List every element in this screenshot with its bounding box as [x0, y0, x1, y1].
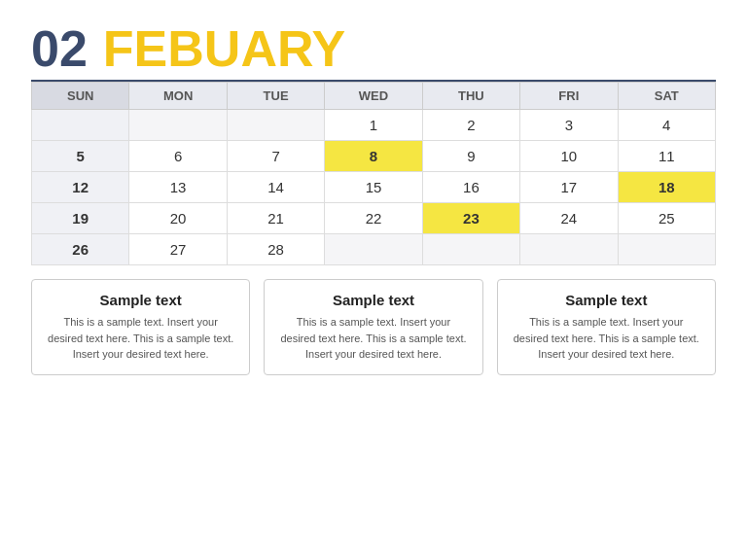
calendar-week-3: 12131415161718: [32, 172, 716, 203]
card-3: Sample text This is a sample text. Inser…: [497, 279, 716, 375]
card-1-title: Sample text: [46, 292, 235, 308]
day-header-tue: TUE: [227, 83, 324, 110]
calendar-day: [325, 234, 422, 265]
calendar-day: [32, 110, 129, 141]
calendar-day: 19: [32, 203, 129, 234]
calendar-day: 16: [422, 172, 519, 203]
calendar-day: 28: [227, 234, 324, 265]
calendar-day: 14: [227, 172, 324, 203]
card-2: Sample text This is a sample text. Inser…: [264, 279, 482, 375]
calendar-day: 8: [325, 141, 422, 172]
calendar-day: 5: [32, 141, 129, 172]
calendar-day: [618, 234, 715, 265]
day-header-sun: SUN: [32, 83, 129, 110]
calendar-day: 9: [422, 141, 519, 172]
calendar-day: 26: [32, 234, 129, 265]
calendar-day: 4: [618, 110, 715, 141]
calendar-day: 1: [325, 110, 422, 141]
calendar-day: 18: [618, 172, 715, 203]
calendar-week-4: 19202122232425: [32, 203, 716, 234]
card-2-body: This is a sample text. Insert your desir…: [278, 314, 468, 363]
month-name: FEBUARY: [103, 23, 345, 74]
card-2-title: Sample text: [278, 292, 468, 308]
calendar-day: [520, 234, 618, 265]
calendar-day: 13: [129, 172, 227, 203]
day-header-sat: SAT: [618, 83, 715, 110]
calendar-day: 10: [520, 141, 618, 172]
calendar-day: 24: [520, 203, 618, 234]
calendar-day: 11: [618, 141, 715, 172]
calendar-day: 17: [520, 172, 618, 203]
day-header-wed: WED: [325, 83, 422, 110]
calendar-day: 20: [129, 203, 227, 234]
calendar-day: 12: [32, 172, 129, 203]
calendar-day: 2: [422, 110, 519, 141]
card-1: Sample text This is a sample text. Inser…: [31, 279, 250, 375]
calendar-day: 3: [520, 110, 618, 141]
calendar-day: 22: [325, 203, 422, 234]
card-1-body: This is a sample text. Insert your desir…: [46, 314, 235, 363]
calendar-table: SUN MON TUE WED THU FRI SAT 123456789101…: [31, 82, 716, 265]
calendar-day: 15: [325, 172, 422, 203]
calendar-week-2: 567891011: [32, 141, 716, 172]
day-header-fri: FRI: [520, 83, 618, 110]
day-header-mon: MON: [129, 83, 227, 110]
card-3-title: Sample text: [512, 292, 701, 308]
calendar-day: [129, 110, 227, 141]
calendar-day: [227, 110, 324, 141]
calendar-day: [422, 234, 519, 265]
month-number: 02: [31, 23, 88, 74]
calendar-day: 21: [227, 203, 324, 234]
calendar-day: 23: [422, 203, 519, 234]
calendar-day: 27: [129, 234, 227, 265]
calendar-day: 6: [129, 141, 227, 172]
calendar-week-5: 262728: [32, 234, 716, 265]
card-3-body: This is a sample text. Insert your desir…: [512, 314, 701, 363]
calendar-header: 02 FEBUARY: [31, 23, 716, 74]
day-header-thu: THU: [422, 83, 519, 110]
calendar-week-1: 1234: [32, 110, 716, 141]
calendar-day: 25: [618, 203, 715, 234]
calendar-day: 7: [227, 141, 324, 172]
info-cards: Sample text This is a sample text. Inser…: [31, 279, 716, 375]
calendar-header-row: SUN MON TUE WED THU FRI SAT: [32, 83, 716, 110]
